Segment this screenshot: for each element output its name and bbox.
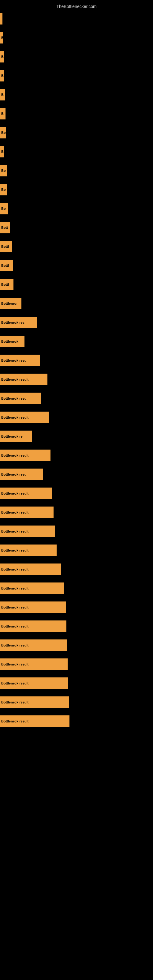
bar-label — [0, 13, 2, 24]
bar-label: Bottlenec — [0, 298, 21, 309]
bar-row: Bottleneck — [0, 332, 153, 351]
bar-label: Bottleneck result — [0, 450, 51, 461]
bar-label: B — [0, 70, 4, 81]
bar-row: Bottleneck result — [0, 617, 153, 636]
bar-label: Bottleneck result — [0, 563, 61, 575]
bar-row: Bottleneck re — [0, 427, 153, 446]
bar-row: Bottleneck result — [0, 446, 153, 465]
bar-row: B — [0, 66, 153, 85]
bars-container: BBBBBBoBBoBoBoBottBottlBottlBottlBottlen… — [0, 9, 153, 731]
bar-row: Bo — [0, 180, 153, 199]
bar-label: Bottleneck result — [0, 659, 68, 670]
bar-label: Bottleneck result — [0, 544, 57, 556]
bar-label: Bo — [0, 203, 8, 215]
bar-label: B — [0, 89, 5, 100]
bar-row: B — [0, 85, 153, 104]
bar-label: Bottleneck result — [0, 678, 68, 689]
bar-label: Bottleneck resu — [0, 393, 41, 404]
bar-row: Bottleneck result — [0, 712, 153, 731]
bar-row: Bottl — [0, 275, 153, 294]
bar-row: Bottleneck resu — [0, 465, 153, 484]
bar-row: Bottleneck result — [0, 693, 153, 712]
bar-label: Bottleneck result — [0, 697, 69, 708]
bar-label: Bottleneck res — [0, 317, 37, 328]
bar-label: Bottl — [0, 279, 13, 290]
bar-row: Bottleneck resu — [0, 389, 153, 408]
bar-row: Bottleneck result — [0, 636, 153, 655]
bar-row: Bott — [0, 218, 153, 237]
bar-label: B — [0, 32, 3, 43]
bar-label: Bott — [0, 222, 10, 233]
bar-row: Bottleneck result — [0, 503, 153, 522]
bar-label: B — [0, 51, 4, 62]
bar-label: Bottleneck — [0, 336, 24, 347]
bar-label: Bottl — [0, 241, 12, 252]
bar-label: Bottleneck result — [0, 601, 66, 613]
bar-label: Bottleneck result — [0, 640, 67, 651]
bar-label: Bottleneck result — [0, 374, 48, 385]
bar-row: Bottlenec — [0, 294, 153, 313]
bar-label: Bottleneck result — [0, 506, 54, 518]
bar-row: B — [0, 47, 153, 66]
bar-row: Bottleneck res — [0, 313, 153, 332]
bar-label: Bottleneck result — [0, 582, 64, 594]
bar-row: B — [0, 142, 153, 161]
bar-row: B — [0, 104, 153, 123]
bar-label: Bottleneck result — [0, 525, 55, 537]
bar-row: B — [0, 28, 153, 47]
bar-label: Bottleneck resu — [0, 355, 40, 366]
bar-row: Bottleneck result — [0, 484, 153, 503]
bar-row: Bottl — [0, 256, 153, 275]
bar-row: Bo — [0, 199, 153, 218]
bar-row — [0, 9, 153, 28]
bar-row: Bottleneck result — [0, 655, 153, 674]
bar-row: Bottleneck result — [0, 370, 153, 389]
bar-label: Bottleneck resu — [0, 469, 43, 480]
bar-row: Bottl — [0, 237, 153, 256]
bar-label: Bottleneck re — [0, 431, 32, 442]
bar-label: Bo — [0, 184, 7, 196]
bar-label: Bottl — [0, 260, 13, 271]
bar-label: Bottleneck result — [0, 412, 49, 423]
bar-label: Bottleneck result — [0, 715, 70, 727]
bar-row: Bottleneck result — [0, 579, 153, 598]
bar-label: Bottleneck result — [0, 620, 66, 632]
bar-row: Bottleneck resu — [0, 351, 153, 370]
bar-row: Bo — [0, 123, 153, 142]
bar-row: Bottleneck result — [0, 408, 153, 427]
bar-label: Bo — [0, 127, 6, 138]
bar-row: Bottleneck result — [0, 674, 153, 693]
bar-row: Bottleneck result — [0, 522, 153, 541]
bar-row: Bottleneck result — [0, 598, 153, 617]
bar-row: Bottleneck result — [0, 560, 153, 579]
bar-label: Bo — [0, 165, 7, 177]
bar-label: B — [0, 108, 5, 119]
bar-label: Bottleneck result — [0, 488, 52, 499]
bar-row: Bo — [0, 161, 153, 180]
bar-row: Bottleneck result — [0, 541, 153, 560]
bar-label: B — [0, 146, 4, 158]
